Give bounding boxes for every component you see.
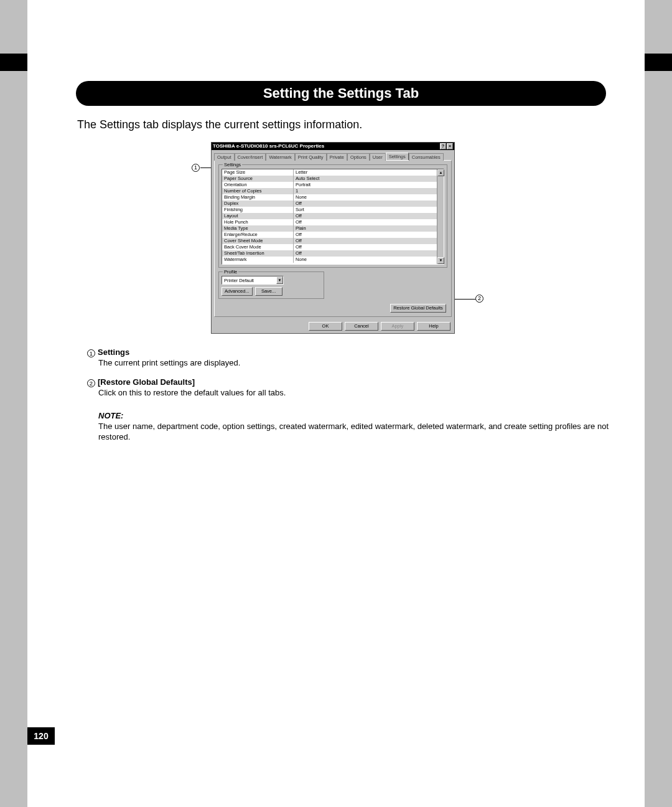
dialog-titlebar: TOSHIBA e-STUDIO810 srs-PCL6UC Propertie… — [212, 143, 454, 150]
settings-row-name: Paper Source — [222, 176, 294, 182]
settings-row: Sheet/Tab InsertionOff — [222, 250, 444, 257]
settings-row-value: None — [294, 257, 444, 263]
settings-row-name: Enlarge/Reduce — [222, 232, 294, 238]
section-title: Setting the Settings Tab — [76, 81, 606, 106]
desc-2-number: 2 — [87, 379, 95, 387]
settings-row: WatermarkNone — [222, 257, 444, 263]
dialog-tab-strip: OutputCover/InsertWatermarkPrint Quality… — [214, 153, 452, 160]
settings-row: Back Cover ModeOff — [222, 244, 444, 250]
tab-content: Settings Page SizeLetterPaper SourceAuto… — [214, 160, 452, 317]
settings-row-value: Off — [294, 244, 444, 250]
settings-row: Enlarge/ReduceOff — [222, 232, 444, 238]
callout-1: 1 — [192, 164, 200, 172]
settings-row: LayoutOff — [222, 213, 444, 219]
settings-row-value: Sort — [294, 207, 444, 213]
chevron-down-icon[interactable]: ▼ — [276, 276, 283, 284]
settings-row: OrientationPortrait — [222, 182, 444, 188]
profile-fieldset: Profile Printer Default ▼ Advanced... Sa… — [218, 271, 324, 299]
settings-row: DuplexOff — [222, 201, 444, 207]
titlebar-help-button[interactable]: ? — [440, 143, 446, 149]
settings-row-name: Binding Margin — [222, 194, 294, 201]
cancel-button[interactable]: Cancel — [345, 322, 378, 331]
desc-1-number: 1 — [87, 349, 95, 357]
profile-selected-value: Printer Default — [224, 278, 254, 283]
note-body: The user name, department code, option s… — [98, 422, 609, 443]
settings-row-value: Off — [294, 250, 444, 257]
tab-user[interactable]: User — [370, 153, 386, 161]
settings-row: Paper SourceAuto Select — [222, 176, 444, 182]
settings-row: Number of Copies1 — [222, 188, 444, 194]
tab-settings[interactable]: Settings — [386, 153, 409, 160]
desc-2-body: Click on this to restore the default val… — [98, 388, 286, 399]
help-button[interactable]: Help — [417, 322, 450, 331]
settings-row-name: Number of Copies — [222, 188, 294, 194]
tab-cover-insert[interactable]: Cover/Insert — [235, 153, 266, 161]
profile-select[interactable]: Printer Default ▼ — [222, 276, 284, 285]
settings-row-value: Off — [294, 238, 444, 244]
settings-row-value: Portrait — [294, 182, 444, 188]
desc-2-title: [Restore Global Defaults] — [98, 377, 195, 387]
settings-row-name: Duplex — [222, 201, 294, 207]
tab-print-quality[interactable]: Print Quality — [295, 153, 327, 161]
tab-output[interactable]: Output — [214, 153, 235, 161]
apply-button[interactable]: Apply — [381, 322, 414, 331]
restore-row: Restore Global Defaults — [218, 303, 447, 313]
settings-row-value: Off — [294, 219, 444, 225]
settings-listbox[interactable]: Page SizeLetterPaper SourceAuto SelectOr… — [222, 169, 444, 265]
desc-1-body: The current print settings are displayed… — [98, 358, 240, 369]
settings-row-name: Page Size — [222, 169, 294, 176]
settings-row-value: Plain — [294, 225, 444, 232]
settings-row: Cover Sheet ModeOff — [222, 238, 444, 244]
settings-row-name: Sheet/Tab Insertion — [222, 250, 294, 257]
document-page: Setting the Settings Tab The Settings ta… — [27, 0, 645, 807]
page-number: 120 — [27, 727, 55, 745]
settings-row-name: Layout — [222, 213, 294, 219]
settings-fieldset: Settings Page SizeLetterPaper SourceAuto… — [218, 164, 447, 268]
settings-row: Media TypePlain — [222, 225, 444, 232]
dialog-bottom-buttons: OK Cancel Apply Help — [212, 319, 454, 333]
settings-row-value: Off — [294, 213, 444, 219]
desc-1: 1Settings The current print settings are… — [87, 347, 240, 369]
settings-row: FinishingSort — [222, 207, 444, 213]
settings-row: Hole PunchOff — [222, 219, 444, 225]
desc-1-title: Settings — [98, 347, 129, 357]
settings-row-value: 1 — [294, 188, 444, 194]
profile-fieldset-label: Profile — [223, 269, 238, 275]
note-label: NOTE: — [98, 411, 609, 422]
settings-row-name: Watermark — [222, 257, 294, 263]
intro-text: The Settings tab displays the current se… — [77, 118, 362, 131]
settings-row-name: Hole Punch — [222, 219, 294, 225]
settings-row: Page SizeLetter — [222, 169, 444, 176]
desc-2: 2[Restore Global Defaults] Click on this… — [87, 377, 286, 399]
settings-row-name: Orientation — [222, 182, 294, 188]
settings-row-name: Cover Sheet Mode — [222, 238, 294, 244]
settings-row-value: Off — [294, 232, 444, 238]
properties-dialog: TOSHIBA e-STUDIO810 srs-PCL6UC Propertie… — [211, 142, 455, 334]
tab-options[interactable]: Options — [347, 153, 370, 161]
scroll-down-button[interactable]: ▼ — [437, 257, 444, 264]
settings-row-name: Back Cover Mode — [222, 244, 294, 250]
settings-row-value: Auto Select — [294, 176, 444, 182]
callout-2: 2 — [475, 295, 483, 303]
titlebar-close-button[interactable]: × — [447, 143, 453, 149]
tab-consumables[interactable]: Consumables — [409, 153, 444, 161]
settings-scrollbar[interactable]: ▲ ▼ — [437, 169, 444, 264]
settings-row-value: Letter — [294, 169, 444, 176]
settings-row-name: Media Type — [222, 225, 294, 232]
settings-row-value: Off — [294, 201, 444, 207]
dialog-title: TOSHIBA e-STUDIO810 srs-PCL6UC Propertie… — [213, 143, 324, 150]
tab-watermark[interactable]: Watermark — [266, 153, 294, 161]
settings-row: Binding MarginNone — [222, 194, 444, 201]
tab-private[interactable]: Private — [327, 153, 347, 161]
settings-row-value: None — [294, 194, 444, 201]
ok-button[interactable]: OK — [309, 322, 342, 331]
save-profile-button[interactable]: Save... — [255, 287, 282, 296]
restore-global-defaults-button[interactable]: Restore Global Defaults — [390, 304, 446, 313]
settings-row-name: Finishing — [222, 207, 294, 213]
advanced-button[interactable]: Advanced... — [222, 287, 253, 296]
settings-fieldset-label: Settings — [223, 162, 242, 168]
scroll-up-button[interactable]: ▲ — [437, 169, 444, 176]
note-block: NOTE: The user name, department code, op… — [98, 411, 609, 443]
